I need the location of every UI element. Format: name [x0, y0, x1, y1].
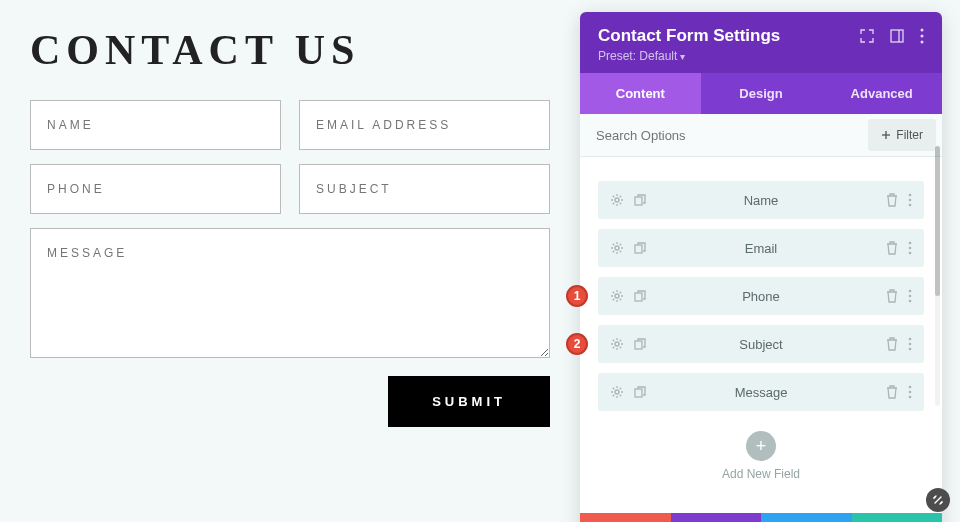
name-input[interactable]: [30, 100, 281, 150]
panel-title: Contact Form Settings: [598, 26, 780, 46]
filter-label: Filter: [896, 128, 923, 142]
svg-point-16: [909, 252, 912, 255]
gear-icon[interactable]: [610, 241, 624, 255]
search-row: Filter: [580, 114, 942, 157]
phone-input[interactable]: [30, 164, 281, 214]
panel-body: Filter Name: [580, 114, 942, 513]
duplicate-icon[interactable]: [633, 337, 647, 351]
more-icon[interactable]: [908, 289, 912, 303]
svg-point-17: [615, 294, 619, 298]
preset-dropdown[interactable]: Preset: Default: [598, 49, 924, 63]
filter-button[interactable]: Filter: [868, 119, 936, 151]
more-icon[interactable]: [908, 385, 912, 399]
svg-point-24: [909, 338, 912, 341]
message-textarea[interactable]: [30, 228, 550, 358]
field-label: Name: [744, 193, 779, 208]
trash-icon[interactable]: [885, 385, 899, 399]
gear-icon[interactable]: [610, 337, 624, 351]
field-item-name[interactable]: Name: [598, 181, 924, 219]
settings-panel: Contact Form Settings Preset: Default: [580, 0, 960, 522]
svg-point-4: [921, 41, 924, 44]
scrollbar-thumb[interactable]: [935, 146, 940, 296]
field-item-message[interactable]: Message: [598, 373, 924, 411]
scrollbar[interactable]: [935, 146, 940, 406]
subject-input[interactable]: [299, 164, 550, 214]
svg-point-12: [615, 246, 619, 250]
field-label: Email: [745, 241, 778, 256]
svg-point-25: [909, 343, 912, 346]
plus-icon: [881, 130, 891, 140]
svg-point-27: [615, 390, 619, 394]
svg-point-19: [909, 290, 912, 293]
svg-rect-13: [635, 245, 642, 253]
callout-badge-1: 1: [566, 285, 588, 307]
gear-icon[interactable]: [610, 385, 624, 399]
field-label: Message: [735, 385, 788, 400]
callout-badge-2: 2: [566, 333, 588, 355]
expand-icon[interactable]: [860, 29, 874, 43]
add-field-section: + Add New Field: [598, 421, 924, 499]
svg-rect-8: [635, 197, 642, 205]
more-icon[interactable]: [920, 28, 924, 44]
field-item-phone[interactable]: 1 Phone: [598, 277, 924, 315]
snap-icon[interactable]: [890, 29, 904, 43]
duplicate-icon[interactable]: [633, 193, 647, 207]
undo-button[interactable]: [671, 513, 762, 522]
search-input[interactable]: [580, 116, 868, 155]
svg-point-31: [909, 396, 912, 399]
svg-point-7: [615, 198, 619, 202]
trash-icon[interactable]: [885, 337, 899, 351]
field-item-subject[interactable]: 2 Subject: [598, 325, 924, 363]
tab-content[interactable]: Content: [580, 73, 701, 114]
duplicate-icon[interactable]: [633, 385, 647, 399]
svg-point-9: [909, 194, 912, 197]
svg-point-30: [909, 391, 912, 394]
trash-icon[interactable]: [885, 193, 899, 207]
trash-icon[interactable]: [885, 289, 899, 303]
page-title: CONTACT US: [30, 26, 550, 74]
panel-tabs: Content Design Advanced: [580, 73, 942, 114]
email-input[interactable]: [299, 100, 550, 150]
svg-point-22: [615, 342, 619, 346]
svg-point-29: [909, 386, 912, 389]
more-icon[interactable]: [908, 193, 912, 207]
svg-point-14: [909, 242, 912, 245]
svg-point-2: [921, 29, 924, 32]
field-item-email[interactable]: Email: [598, 229, 924, 267]
tab-design[interactable]: Design: [701, 73, 822, 114]
fields-list: Name Email: [580, 157, 942, 513]
add-field-label: Add New Field: [598, 467, 924, 481]
trash-icon[interactable]: [885, 241, 899, 255]
corner-resize-icon[interactable]: [926, 488, 950, 512]
duplicate-icon[interactable]: [633, 241, 647, 255]
gear-icon[interactable]: [610, 193, 624, 207]
svg-rect-28: [635, 389, 642, 397]
svg-rect-18: [635, 293, 642, 301]
gear-icon[interactable]: [610, 289, 624, 303]
svg-rect-0: [891, 30, 903, 42]
svg-point-15: [909, 247, 912, 250]
svg-point-21: [909, 300, 912, 303]
svg-point-3: [921, 35, 924, 38]
svg-point-20: [909, 295, 912, 298]
add-field-button[interactable]: +: [746, 431, 776, 461]
cancel-button[interactable]: [580, 513, 671, 522]
svg-point-10: [909, 199, 912, 202]
redo-button[interactable]: [761, 513, 852, 522]
contact-form-preview: CONTACT US SUBMIT: [0, 0, 580, 522]
svg-point-26: [909, 348, 912, 351]
more-icon[interactable]: [908, 337, 912, 351]
svg-point-11: [909, 204, 912, 207]
field-label: Phone: [742, 289, 780, 304]
tab-advanced[interactable]: Advanced: [821, 73, 942, 114]
confirm-button[interactable]: [852, 513, 943, 522]
submit-button[interactable]: SUBMIT: [388, 376, 550, 427]
svg-rect-23: [635, 341, 642, 349]
panel-header: Contact Form Settings Preset: Default: [580, 12, 942, 73]
field-label: Subject: [739, 337, 782, 352]
panel-footer: [580, 513, 942, 522]
more-icon[interactable]: [908, 241, 912, 255]
duplicate-icon[interactable]: [633, 289, 647, 303]
